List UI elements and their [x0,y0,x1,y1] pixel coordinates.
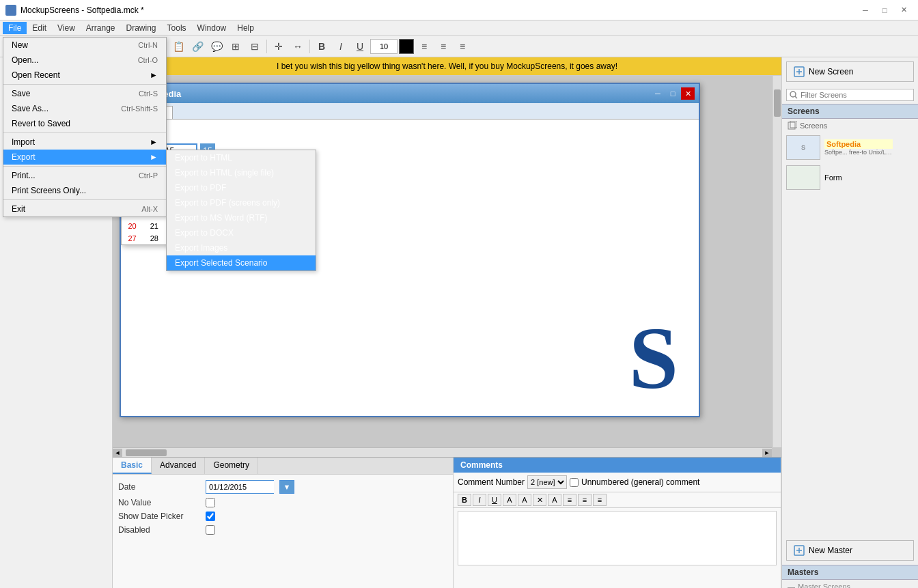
date-prop-cal-btn[interactable]: ▼ [279,480,294,494]
cal-cell[interactable]: 20 [122,220,143,232]
export-docx[interactable]: Export to DOCX [167,225,316,240]
tb-cursor-btn[interactable]: ✛ [270,38,288,55]
v-scroll-thumb[interactable] [774,89,781,117]
export-pdf[interactable]: Export to PDF [167,180,316,195]
new-master-button[interactable]: New Master [786,540,914,561]
browser-max-btn[interactable]: □ [666,87,680,100]
browser-min-btn[interactable]: ─ [651,87,665,100]
menu-open-recent[interactable]: Open Recent ► [3,68,166,83]
export-images[interactable]: Export Images [167,240,316,255]
date-prop-input[interactable] [206,480,274,494]
menu-arrange[interactable]: Arrange [81,22,121,34]
ad-text[interactable]: I bet you wish this big yellow thing was… [277,61,617,71]
unnumbered-checkbox[interactable] [570,478,579,487]
menu-new[interactable]: New Ctrl-N [3,38,166,53]
unnumbered-label: Unnumbered (general) comment [581,477,699,487]
comment-number-select[interactable]: 2 [new] [527,475,567,489]
props-panel: Basic Advanced Geometry Date ▼ No Value [113,458,454,588]
menu-save-as[interactable]: Save As... Ctrl-Shift-S [3,101,166,116]
comment-text-area[interactable] [458,511,777,565]
menu-exit[interactable]: Exit Alt-X [3,201,166,216]
file-menu-wrapper: File New Ctrl-N Open... Ctrl-O Open Rece… [3,22,27,34]
screens-icon [788,121,797,130]
comment-bold-btn[interactable]: B [458,494,471,506]
filter-input[interactable] [801,91,910,99]
tb-align-center-btn[interactable]: ≡ [434,38,452,55]
menu-view[interactable]: View [52,22,81,34]
export-html-single[interactable]: Export to HTML (single file) [167,165,316,180]
tb-align-right-btn[interactable]: ≡ [454,38,471,55]
comment-underline-btn[interactable]: U [488,494,501,506]
separator-4 [3,199,166,200]
comment-link-btn[interactable]: A [548,494,561,506]
menu-save[interactable]: Save Ctrl-S [3,86,166,101]
comment-size-btn[interactable]: A [518,494,531,506]
font-size-input[interactable] [370,39,398,54]
tab-geometry[interactable]: Geometry [205,458,258,474]
show-datepicker-label: Show Date Picker [118,512,200,521]
cal-cell[interactable]: 21 [143,220,165,232]
export-selected-scenario[interactable]: Export Selected Scenario [167,255,316,270]
tb-speech-btn[interactable]: 💬 [208,38,225,55]
tb-underline-btn[interactable]: U [351,38,369,55]
comment-align-center-btn[interactable]: ≡ [578,494,592,506]
screen-item-softpedia[interactable]: S Softpedia Softpe... free-to Unix/L dri… [782,132,918,163]
browser-link-row: Softpedia [129,128,691,138]
no-value-label: No Value [118,498,200,507]
browser-close-btn[interactable]: ✕ [681,87,695,100]
tb-align-btn[interactable]: ⊟ [246,38,264,55]
menu-tools[interactable]: Tools [162,22,192,34]
menu-help[interactable]: Help [232,22,260,34]
screen-item-form[interactable]: Form [782,163,918,193]
h-scroll-thumb[interactable] [126,449,167,456]
show-datepicker-checkbox[interactable] [206,512,215,521]
export-pdf-screens[interactable]: Export to PDF (screens only) [167,195,316,210]
minimize-button[interactable]: ─ [857,3,874,17]
h-scroll-right-btn[interactable]: ► [762,449,772,457]
new-screen-button[interactable]: New Screen [786,61,914,82]
export-rtf[interactable]: Export to MS Word (RTF) [167,210,316,225]
tab-basic[interactable]: Basic [113,458,152,474]
tab-advanced[interactable]: Advanced [152,458,205,474]
menu-open[interactable]: Open... Ctrl-O [3,53,166,68]
export-html[interactable]: Export to HTML [167,150,316,165]
new-master-icon [794,545,805,556]
comment-align-right-btn[interactable]: ≡ [593,494,607,506]
menu-file[interactable]: File [3,22,27,34]
no-value-checkbox[interactable] [206,498,215,507]
maximize-button[interactable]: □ [876,3,893,17]
h-scroll-left-btn[interactable]: ◄ [113,449,122,457]
date-prop-row: Date ▼ [118,480,447,494]
comment-number-label: Comment Number [458,477,525,487]
menu-import[interactable]: Import ► [3,135,166,150]
v-scrollbar[interactable] [772,76,781,447]
tb-align-left-btn[interactable]: ≡ [415,38,433,55]
comment-italic-btn[interactable]: I [473,494,486,506]
tb-paste-btn[interactable]: 📋 [169,38,187,55]
tb-move-btn[interactable]: ↔ [289,38,307,55]
cal-cell[interactable]: 27 [122,232,143,244]
menu-print-screens[interactable]: Print Screens Only... [3,183,166,198]
menu-export[interactable]: Export ► Export to HTML Export to HTML (… [3,150,166,165]
tb-link-btn[interactable]: 🔗 [189,38,206,55]
comment-align-left-btn[interactable]: ≡ [563,494,576,506]
menu-revert[interactable]: Revert to Saved [3,116,166,131]
comment-color-btn[interactable]: A [503,494,516,506]
disabled-checkbox[interactable] [206,525,215,535]
color-picker[interactable] [399,39,414,54]
comment-del-btn[interactable]: ✕ [533,494,546,506]
close-button[interactable]: ✕ [895,3,913,17]
menu-edit[interactable]: Edit [27,22,52,34]
cal-cell[interactable]: 28 [143,232,165,244]
menu-print[interactable]: Print... Ctrl-P [3,168,166,183]
export-submenu: Export to HTML Export to HTML (single fi… [166,150,316,271]
app-icon [5,5,16,16]
tb-bold-btn[interactable]: B [313,38,331,55]
h-scrollbar[interactable]: ◄ ► [113,447,772,457]
menu-window[interactable]: Window [192,22,232,34]
menu-drawing[interactable]: Drawing [121,22,162,34]
tb-italic-btn[interactable]: I [332,38,350,55]
master-screens-label: — Master Screens [782,580,918,588]
comments-header: Comments [454,458,781,473]
tb-grid-btn[interactable]: ⊞ [227,38,245,55]
